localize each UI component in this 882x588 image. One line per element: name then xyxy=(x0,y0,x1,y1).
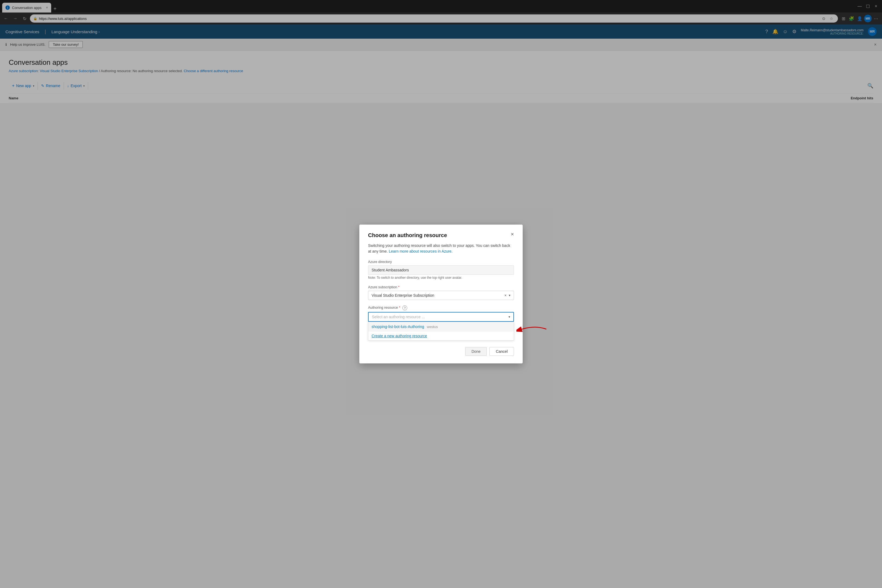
modal-overlay[interactable]: Choose an authoring resource × Switching… xyxy=(0,0,882,103)
